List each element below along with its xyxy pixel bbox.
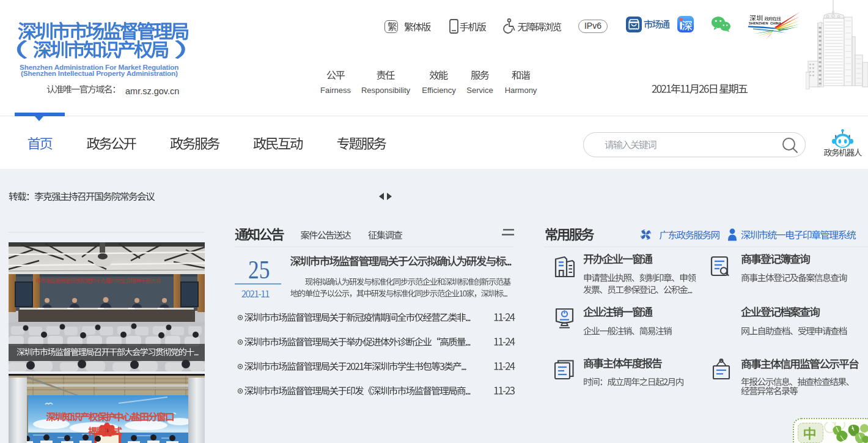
svg-text:SHENZHEN CHINA: SHENZHEN CHINA <box>749 21 781 25</box>
